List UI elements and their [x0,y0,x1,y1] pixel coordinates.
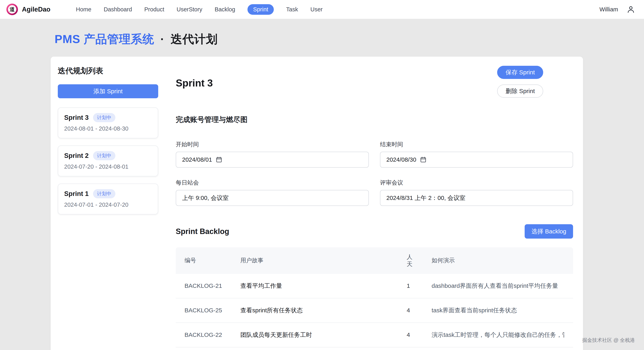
table-row[interactable]: BACKLOG-25 查看sprint完成情况 4 sprint界面查看spri… [176,348,573,350]
cell-days: 4 [407,324,432,346]
field-end-date: 结束时间 2024/08/30 [380,140,573,168]
sprint-card-3[interactable]: Sprint 3 计划中 2024-08-01 - 2024-08-30 [58,108,158,138]
nav-item-dashboard[interactable]: Dashboard [104,4,132,15]
sprint-card-dates: 2024-08-01 - 2024-08-30 [64,125,152,132]
cell-days: 1 [407,274,432,297]
cell-days: 4 [407,348,432,350]
page-title-section: 迭代计划 [170,32,218,46]
nav-item-backlog[interactable]: Backlog [214,4,235,15]
brand[interactable]: 道 AgileDao [6,4,50,15]
current-username: William [600,6,618,13]
field-label: 开始时间 [176,140,369,148]
backlog-table: 编号 用户故事 人天 如何演示 BACKLOG-21 查看平均工作量 1 das… [176,247,573,350]
field-label: 结束时间 [380,140,573,148]
cell-user-story: 查看sprint所有任务状态 [240,298,407,322]
page-header: PMS 产品管理系统 · 迭代计划 [50,19,583,56]
review-meeting-value: 2024/8/31 上午 2：00, 会议室 [386,194,466,202]
nav-item-product[interactable]: Product [144,4,164,15]
nav-item-home[interactable]: Home [76,4,91,15]
sprint-panel: 迭代规划列表 添加 Sprint Sprint 3 计划中 2024-08-01… [50,56,583,350]
sprint-card-head: Sprint 2 计划中 [64,151,152,160]
start-date-value: 2024/08/01 [182,156,212,163]
sidebar-title: 迭代规划列表 [58,66,158,76]
sprint-list: Sprint 3 计划中 2024-08-01 - 2024-08-30 Spr… [58,108,158,214]
field-start-date: 开始时间 2024/08/01 [176,140,369,168]
page-title-separator: · [160,32,164,46]
calendar-icon[interactable] [420,156,426,163]
nav-item-sprint[interactable]: Sprint [248,4,274,15]
sprint-card-name: Sprint 1 [64,190,89,198]
table-row[interactable]: BACKLOG-25 查看sprint所有任务状态 4 task界面查看当前sp… [176,298,573,323]
app-viewport: 道 AgileDao Home Dashboard Product UserSt… [0,0,644,350]
field-review-meeting: 评审会议 2024/8/31 上午 2：00, 会议室 [380,179,573,206]
navbar-right: William [600,5,635,14]
daily-standup-input[interactable]: 上午 9:00, 会议室 [176,190,369,206]
sprint-card-name: Sprint 3 [64,114,89,122]
cell-days: 4 [407,299,432,322]
cell-user-story: 团队成员每天更新任务工时 [240,323,407,347]
backlog-title: Sprint Backlog [176,227,229,236]
table-row[interactable]: BACKLOG-21 查看平均工作量 1 dashboard界面所有人查看当前s… [176,274,573,298]
field-label: 评审会议 [380,179,573,187]
cell-backlog-id: BACKLOG-22 [184,324,240,346]
start-date-input[interactable]: 2024/08/01 [176,152,369,168]
cell-demo: sprint界面查看sprint下所有backlog的完成情况 [432,348,564,350]
sprint-status-badge: 计划中 [93,151,115,160]
nav-item-task[interactable]: Task [286,4,298,15]
delete-sprint-button[interactable]: 删除 Sprint [497,84,543,98]
end-date-input[interactable]: 2024/08/30 [380,152,573,168]
cell-demo: dashboard界面所有人查看当前sprint平均任务量 [432,274,564,298]
sprint-detail-title: Sprint 3 [176,77,213,89]
sprint-form: 开始时间 2024/08/01 结束时间 2024/08/30 [176,140,573,206]
main-nav: Home Dashboard Product UserStory Backlog… [76,4,322,15]
nav-item-userstory[interactable]: UserStory [176,4,202,15]
sprint-card-dates: 2024-07-01 - 2024-07-20 [64,202,152,208]
sprint-detail: Sprint 3 保存 Sprint 删除 Sprint 完成账号管理与燃尽图 … [166,56,583,350]
navbar: 道 AgileDao Home Dashboard Product UserSt… [0,0,644,19]
sprint-card-name: Sprint 2 [64,152,89,160]
sprint-detail-header: Sprint 3 保存 Sprint 删除 Sprint [176,66,573,98]
sprint-goal: 完成账号管理与燃尽图 [176,115,573,124]
watermark: 掘金技术社区 @ 全栈港 [582,337,635,344]
cell-demo: 演示task工时管理，每个人只能修改自己的任务，管理员可以 [432,323,564,347]
page-title: PMS 产品管理系统 · 迭代计划 [54,32,583,47]
user-profile-icon[interactable] [626,5,635,14]
backlog-table-header: 编号 用户故事 人天 如何演示 [176,247,573,274]
cell-demo: task界面查看当前sprint任务状态 [432,298,564,322]
field-daily-standup: 每日站会 上午 9:00, 会议室 [176,179,369,206]
cell-backlog-id: BACKLOG-21 [184,274,240,297]
nav-item-user[interactable]: User [310,4,322,15]
sprint-card-dates: 2024-07-20 - 2024-08-01 [64,164,152,170]
backlog-header: Sprint Backlog 选择 Backlog [176,224,573,238]
page-container: PMS 产品管理系统 · 迭代计划 迭代规划列表 添加 Sprint Sprin… [50,19,583,350]
column-header-demo: 如何演示 [432,250,564,270]
add-sprint-button[interactable]: 添加 Sprint [58,84,158,98]
sprint-card-2[interactable]: Sprint 2 计划中 2024-07-20 - 2024-08-01 [58,146,158,176]
brand-name: AgileDao [22,6,50,13]
cell-user-story: 查看平均工作量 [240,274,407,298]
sprint-list-sidebar: 迭代规划列表 添加 Sprint Sprint 3 计划中 2024-08-01… [50,56,166,224]
table-row[interactable]: BACKLOG-22 团队成员每天更新任务工时 4 演示task工时管理，每个人… [176,323,573,348]
column-header-story: 用户故事 [240,250,407,270]
review-meeting-input[interactable]: 2024/8/31 上午 2：00, 会议室 [380,190,573,206]
brand-logo-icon: 道 [6,4,18,15]
sprint-actions: 保存 Sprint 删除 Sprint [497,66,543,98]
sprint-status-badge: 计划中 [93,189,115,198]
sprint-status-badge: 计划中 [93,113,115,122]
column-header-days: 人天 [407,247,432,274]
cell-backlog-id: BACKLOG-25 [184,348,240,350]
page-title-system: PMS 产品管理系统 [54,32,154,46]
column-header-id: 编号 [184,250,240,270]
cell-user-story: 查看sprint完成情况 [240,348,407,350]
sprint-card-1[interactable]: Sprint 1 计划中 2024-07-01 - 2024-07-20 [58,184,158,214]
sprint-card-head: Sprint 3 计划中 [64,113,152,122]
daily-standup-value: 上午 9:00, 会议室 [182,194,228,202]
calendar-icon[interactable] [216,156,222,163]
cell-backlog-id: BACKLOG-25 [184,299,240,322]
save-sprint-button[interactable]: 保存 Sprint [497,66,543,79]
end-date-value: 2024/08/30 [386,156,416,163]
select-backlog-button[interactable]: 选择 Backlog [525,224,573,238]
sprint-card-head: Sprint 1 计划中 [64,189,152,198]
field-label: 每日站会 [176,179,369,187]
